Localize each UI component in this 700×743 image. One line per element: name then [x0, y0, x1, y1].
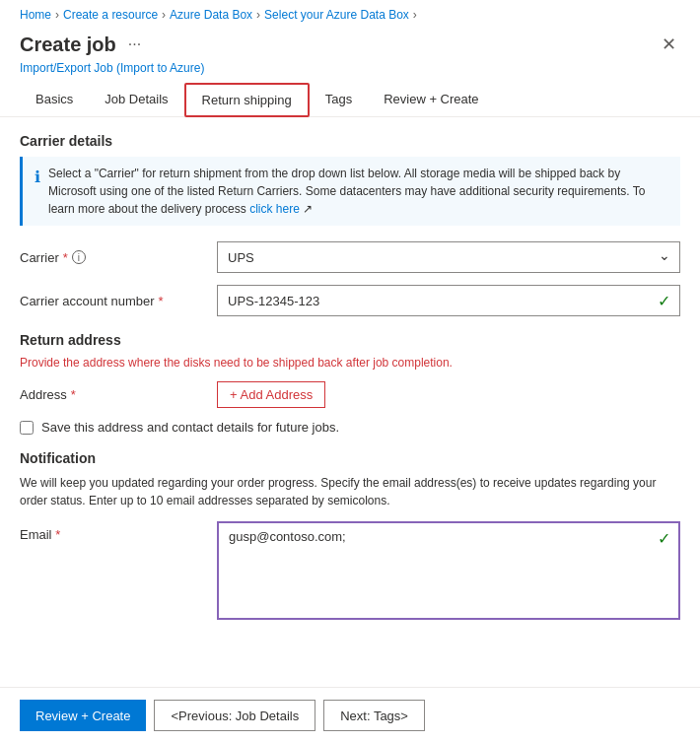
- header-row: Create job ··· ✕: [0, 26, 700, 61]
- email-textarea[interactable]: gusp@contoso.com;: [217, 521, 680, 620]
- carrier-info-icon[interactable]: i: [72, 250, 86, 264]
- breadcrumb-create-resource[interactable]: Create a resource: [63, 8, 158, 22]
- tab-return-shipping[interactable]: Return shipping: [184, 83, 310, 117]
- prev-button[interactable]: <Previous: Job Details: [154, 700, 315, 731]
- notification-desc: We will keep you updated regarding your …: [20, 474, 680, 509]
- address-section-desc: Provide the address where the disks need…: [20, 356, 680, 370]
- footer: Review + Create <Previous: Job Details N…: [0, 687, 700, 743]
- breadcrumb-select-azure-data-box[interactable]: Select your Azure Data Box: [264, 8, 409, 22]
- carrier-account-input-wrap: ✓: [217, 285, 680, 316]
- carrier-select-wrap: UPS FedEx DHL: [217, 241, 680, 273]
- add-address-button[interactable]: + Add Address: [217, 381, 325, 408]
- close-button[interactable]: ✕: [658, 30, 680, 59]
- carrier-section-title: Carrier details: [20, 133, 680, 149]
- modal-container: Home › Create a resource › Azure Data Bo…: [0, 0, 700, 743]
- save-address-label: Save this address and contact details fo…: [41, 420, 339, 435]
- email-check-icon: ✓: [658, 529, 670, 548]
- tab-tags[interactable]: Tags: [310, 83, 368, 117]
- info-box: ℹ Select a "Carrier" for return shipment…: [20, 157, 680, 226]
- address-row: Address * + Add Address: [20, 381, 680, 408]
- email-label: Email *: [20, 521, 217, 542]
- address-section-title: Return address: [20, 332, 680, 348]
- breadcrumb-home[interactable]: Home: [20, 8, 51, 22]
- address-label: Address *: [20, 387, 217, 402]
- info-icon: ℹ: [35, 166, 40, 218]
- save-address-row: Save this address and contact details fo…: [20, 420, 680, 435]
- next-button[interactable]: Next: Tags>: [323, 700, 425, 731]
- email-row: Email * gusp@contoso.com; ✓: [20, 521, 680, 623]
- tab-job-details[interactable]: Job Details: [89, 83, 183, 117]
- review-create-button[interactable]: Review + Create: [20, 700, 146, 731]
- notification-section-title: Notification: [20, 450, 680, 466]
- email-input-wrap: gusp@contoso.com; ✓: [217, 521, 680, 623]
- carrier-account-label: Carrier account number *: [20, 294, 217, 308]
- tab-review-create[interactable]: Review + Create: [368, 83, 494, 117]
- tabs-bar: Basics Job Details Return shipping Tags …: [0, 83, 700, 117]
- page-subtitle: Import/Export Job (Import to Azure): [0, 61, 700, 83]
- breadcrumb: Home › Create a resource › Azure Data Bo…: [0, 0, 700, 26]
- carrier-account-input[interactable]: [217, 285, 680, 316]
- breadcrumb-azure-data-box[interactable]: Azure Data Box: [170, 8, 252, 22]
- title-area: Create job ···: [20, 34, 145, 56]
- tab-basics[interactable]: Basics: [20, 83, 89, 117]
- address-control-wrap: + Add Address: [217, 381, 680, 408]
- carrier-account-check-icon: ✓: [658, 292, 670, 310]
- carrier-label: Carrier * i: [20, 250, 217, 265]
- save-address-checkbox[interactable]: [20, 421, 34, 435]
- carrier-account-row: Carrier account number * ✓: [20, 285, 680, 316]
- carrier-select[interactable]: UPS FedEx DHL: [217, 241, 680, 273]
- ellipsis-button[interactable]: ···: [124, 34, 145, 55]
- content-area: Carrier details ℹ Select a "Carrier" for…: [0, 117, 700, 687]
- page-title: Create job: [20, 34, 116, 56]
- carrier-row: Carrier * i UPS FedEx DHL: [20, 241, 680, 273]
- info-text: Select a "Carrier" for return shipment f…: [48, 165, 668, 218]
- notification-section: Notification We will keep you updated re…: [20, 450, 680, 623]
- click-here-link[interactable]: click here: [249, 202, 300, 216]
